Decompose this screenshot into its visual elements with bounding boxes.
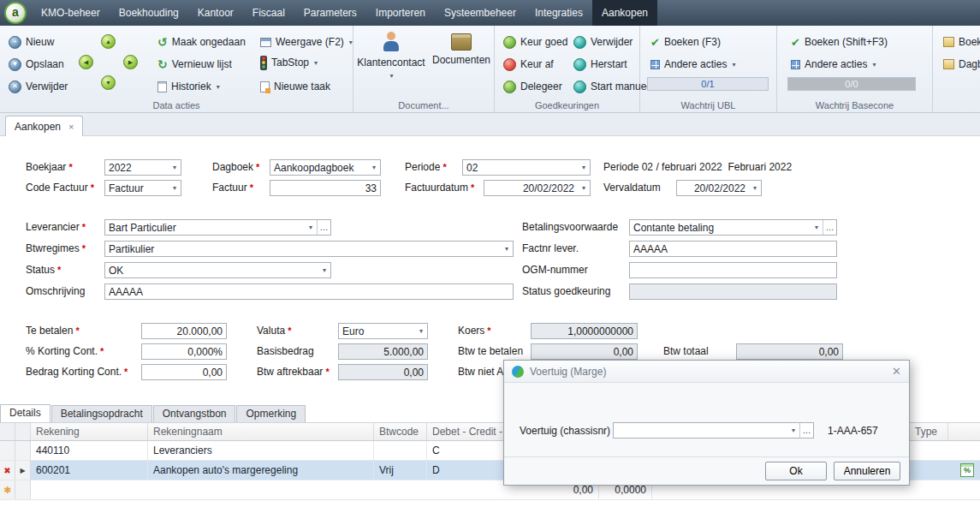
cell-btwcode[interactable]: Vrij (374, 461, 427, 480)
nav-last-button[interactable]: ▼ (101, 75, 116, 90)
nieuw-button[interactable]: + Nieuw (5, 33, 57, 51)
history-icon (157, 81, 167, 92)
vernieuw-lijst-button[interactable]: ↻ Vernieuw lijst (154, 55, 235, 74)
cell-rekeningnaam[interactable]: Leveranciers (148, 441, 374, 460)
keur-goed-button[interactable]: Keur goed (500, 33, 571, 51)
tab-details[interactable]: Details (0, 404, 50, 422)
cell-btwcode[interactable] (374, 441, 427, 460)
verwijder-record-button[interactable]: ✕ Verwijder (5, 77, 71, 96)
keur-af-button[interactable]: Keur af (500, 55, 557, 74)
nav-next-button[interactable]: ▶ (123, 55, 138, 69)
menu-importeren[interactable]: Importeren (366, 0, 435, 26)
boek-clipped-button[interactable]: Boek (940, 33, 980, 51)
andere-acties-basecone-button[interactable]: Andere acties ▾ (787, 55, 879, 74)
factuur-input[interactable] (270, 180, 381, 196)
nav-previous-button[interactable]: ◀ (79, 55, 93, 69)
margin-type-icon[interactable]: % (960, 463, 974, 477)
tab-opmerking[interactable]: Opmerking (236, 405, 306, 422)
boeken-shift-f3-button[interactable]: ✔ Boeken (Shift+F3) (787, 33, 891, 51)
vervaldatum-input[interactable]: 20/02/2022▾ (676, 180, 762, 196)
nav-first-button[interactable]: ▲ (101, 34, 116, 49)
menu-kantoor[interactable]: Kantoor (188, 0, 243, 26)
col-rekening[interactable]: Rekening (31, 423, 148, 440)
chevron-down-icon: ▾ (811, 224, 823, 231)
weergave-button[interactable]: Weergave (F2) ▾ (257, 33, 356, 51)
save-icon: ▼ (9, 58, 21, 71)
herstart-button[interactable]: Herstart (570, 55, 631, 74)
tab-ontvangstbon[interactable]: Ontvangstbon (153, 405, 236, 422)
maak-ongedaan-button[interactable]: ↺ Maak ongedaan (154, 33, 249, 51)
approve-icon (503, 36, 516, 49)
btwregimes-select[interactable]: Partikulier▾ (104, 241, 514, 257)
ellipsis-button[interactable]: … (317, 220, 330, 235)
cell-rekening[interactable]: 440110 (31, 441, 148, 460)
annuleren-button[interactable]: Annuleren (834, 462, 900, 480)
historiek-button[interactable]: Historiek ▾ (154, 77, 223, 96)
menu-aankopen[interactable]: Aankopen (592, 0, 657, 26)
menu-systeembeheer[interactable]: Systeembeheer (435, 0, 526, 26)
klantencontact-button[interactable]: Klantencontact ▾ (357, 31, 425, 101)
code-factuur-select[interactable]: Factuur▾ (104, 180, 181, 196)
bedrag-korting-input[interactable] (141, 364, 227, 380)
menu-integraties[interactable]: Integraties (526, 0, 592, 26)
chevron-down-icon[interactable]: ▾ (787, 427, 799, 434)
korting-pct-input[interactable] (141, 343, 227, 360)
dialog-titlebar[interactable]: Voertuig (Marge) ✕ (504, 361, 909, 383)
ubl-queue-progressbar: 0/1 (647, 77, 769, 91)
boeken-f3-button[interactable]: ✔ Boeken (F3) (647, 33, 724, 51)
cell-rekening[interactable]: 600201 (31, 461, 148, 480)
status-select[interactable]: OK▾ (104, 262, 331, 278)
factuurdatum-label: Factuurdatum* (405, 182, 474, 194)
ellipsis-button[interactable]: … (823, 220, 836, 235)
ellipsis-button[interactable]: … (799, 423, 813, 438)
dialog-close-icon[interactable]: ✕ (892, 365, 901, 378)
boekjaar-select[interactable]: 2022▾ (104, 159, 181, 176)
menu-fiscaal[interactable]: Fiscaal (243, 0, 294, 26)
chevron-down-icon: ▾ (578, 184, 590, 192)
dialog-title: Voertuig (Marge) (530, 366, 606, 378)
andere-acties-ubl-button[interactable]: Andere acties ▾ (647, 55, 739, 74)
valuta-select[interactable]: Euro▾ (338, 323, 428, 339)
col-type[interactable]: Type (910, 423, 948, 440)
btwregimes-label: Btwregimes* (26, 242, 86, 254)
valuta-label: Valuta* (257, 325, 291, 337)
row-indicator-header (0, 423, 15, 440)
ok-button[interactable]: Ok (765, 462, 827, 480)
periode-select[interactable]: 02▾ (462, 159, 591, 176)
menu-kmo-beheer[interactable]: KMO-beheer (32, 0, 110, 26)
documenten-button[interactable]: Documenten (427, 31, 496, 101)
factuurdatum-input[interactable]: 20/02/2022▾ (484, 180, 591, 196)
delete-icon: ✕ (9, 81, 21, 93)
opslaan-button[interactable]: ▼ Opslaan (5, 55, 68, 74)
delete-row-icon[interactable]: ✖ (3, 466, 10, 475)
dagboek-clipped-button[interactable]: Dagb (940, 55, 980, 74)
voertuig-chassisnr-label: Voertuig (chassisnr)* (520, 425, 616, 437)
leverancier-select[interactable]: Bart Particulier▾… (104, 219, 331, 236)
factnr-lever-input[interactable] (629, 241, 837, 257)
betalingsvoorwaarde-select[interactable]: Contante betaling▾… (629, 219, 837, 236)
cell-rekeningnaam[interactable]: Aankopen auto's margeregeling (148, 461, 374, 480)
te-betalen-input[interactable] (141, 323, 227, 339)
voertuig-chassisnr-select[interactable]: ▾ … (613, 422, 814, 439)
tab-betalingsopdracht[interactable]: Betalingsopdracht (51, 405, 152, 422)
dagboek-select[interactable]: Aankoopdagboek▾ (270, 159, 381, 176)
verwijder-goedkeuring-button[interactable]: Verwijder (570, 33, 636, 51)
menu-parameters[interactable]: Parameters (294, 0, 366, 26)
dialog-footer: Ok Annuleren (504, 456, 909, 485)
col-rekeningnaam[interactable]: Rekeningnaam (148, 423, 374, 440)
tab-aankopen[interactable]: Aankopen × (5, 116, 83, 137)
omschrijving-input[interactable] (104, 283, 514, 300)
logo-letter: a (12, 5, 19, 19)
chevron-down-icon: ▾ (349, 39, 353, 46)
code-factuur-label: Code Factuur* (26, 182, 94, 194)
row-indicator[interactable]: ✖ (0, 461, 15, 480)
btw-totaal-label: Btw totaal (663, 345, 709, 357)
tab-close-icon[interactable]: × (68, 122, 74, 132)
nieuwe-taak-button[interactable]: Nieuwe taak (257, 77, 334, 96)
delegeer-button[interactable]: Delegeer (500, 77, 566, 96)
ogm-nummer-label: OGM-nummer (522, 264, 588, 276)
col-btwcode[interactable]: Btwcode (374, 423, 427, 440)
tabstop-button[interactable]: TabStop ▾ (257, 53, 321, 72)
menu-boekhouding[interactable]: Boekhouding (110, 0, 188, 26)
ogm-nummer-input[interactable] (629, 262, 837, 278)
